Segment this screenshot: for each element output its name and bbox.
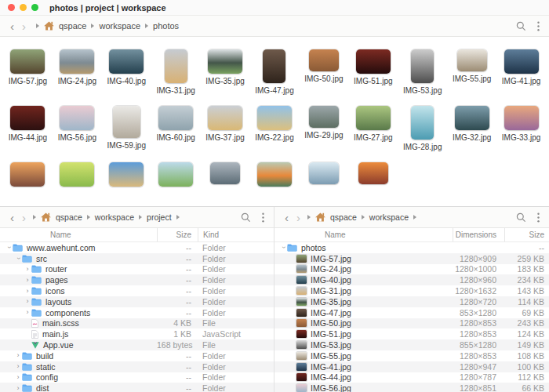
photo-thumbnail[interactable] <box>208 106 242 130</box>
list-item[interactable]: IMG-55.jpg1280×853108 KB <box>274 350 549 361</box>
more-options-icon[interactable] <box>537 21 540 31</box>
tree-row[interactable]: ›router--Folder <box>0 264 274 275</box>
list-item[interactable]: ›photos-- <box>274 242 549 253</box>
photo-thumbnail[interactable] <box>208 49 242 74</box>
list-item[interactable]: IMG-47.jpg853×128069 KB <box>274 307 549 318</box>
photo-thumbnail[interactable] <box>309 106 339 128</box>
photo-thumbnail[interactable] <box>10 106 45 130</box>
tree-row[interactable]: App.vue168 bytesFile <box>0 339 274 350</box>
breadcrumb-item[interactable]: workspace <box>99 21 140 31</box>
column-header-dimensions[interactable]: Dimensions <box>453 228 504 241</box>
back-button[interactable]: ‹ <box>6 212 18 223</box>
disclosure-closed-icon[interactable]: › <box>14 352 22 359</box>
column-header-size[interactable]: Size <box>157 228 198 241</box>
disclosure-open-icon[interactable]: › <box>15 255 22 263</box>
search-icon[interactable] <box>241 212 251 223</box>
tree-row[interactable]: ›build--Folder <box>0 350 274 361</box>
photo-thumbnail[interactable] <box>60 106 94 130</box>
disclosure-closed-icon[interactable]: › <box>24 288 31 295</box>
minimize-button[interactable] <box>20 4 27 11</box>
home-icon[interactable] <box>41 212 51 222</box>
list-item[interactable]: IMG-31.jpg1280×1632143 KB <box>274 285 549 296</box>
photo-thumbnail[interactable] <box>10 49 45 74</box>
photo-thumbnail[interactable] <box>411 49 434 83</box>
photo-thumbnail[interactable] <box>158 162 193 187</box>
list-item[interactable]: IMG-35.jpg1280×720114 KB <box>274 296 549 307</box>
home-icon[interactable] <box>44 21 54 31</box>
photo-thumbnail[interactable] <box>504 106 539 130</box>
home-icon[interactable] <box>315 212 325 222</box>
forward-button[interactable]: › <box>293 212 304 223</box>
breadcrumb-item[interactable]: qspace <box>56 212 82 222</box>
list-item[interactable]: IMG-51.jpg1280×853124 KB <box>274 328 549 339</box>
list-item[interactable]: IMG-57.jpg1280×909259 KB <box>274 253 549 264</box>
disclosure-closed-icon[interactable]: › <box>14 374 22 381</box>
breadcrumb-item[interactable]: qspace <box>59 21 86 31</box>
maximize-button[interactable] <box>31 4 38 11</box>
photo-thumbnail[interactable] <box>109 162 144 187</box>
tree-row[interactable]: ›config--Folder <box>0 372 274 383</box>
tree-row[interactable]: ›pages--Folder <box>0 274 274 285</box>
tree-row[interactable]: ›icons--Folder <box>0 285 274 296</box>
disclosure-open-icon[interactable]: › <box>280 244 287 252</box>
photo-thumbnail[interactable] <box>356 106 391 130</box>
tree-row[interactable]: ›layouts--Folder <box>0 296 274 307</box>
list-item[interactable]: IMG-50.jpg1280×853243 KB <box>274 318 549 329</box>
list-item[interactable]: IMG-24.jpg1280×1000183 KB <box>274 264 549 275</box>
breadcrumb-item[interactable]: workspace <box>95 212 134 222</box>
column-header-kind[interactable]: Kind <box>198 228 274 241</box>
disclosure-closed-icon[interactable]: › <box>24 266 31 273</box>
close-button[interactable] <box>8 4 15 11</box>
photo-thumbnail[interactable] <box>309 49 339 71</box>
breadcrumb-item[interactable]: project <box>147 212 172 222</box>
photo-thumbnail[interactable] <box>60 162 94 187</box>
photo-thumbnail[interactable] <box>257 106 292 130</box>
list-item[interactable]: IMG-53.jpg855×1280149 KB <box>274 339 549 350</box>
disclosure-closed-icon[interactable]: › <box>24 298 31 305</box>
breadcrumb-item[interactable]: workspace <box>369 212 409 222</box>
back-button[interactable]: ‹ <box>281 212 293 223</box>
tree-row[interactable]: ›components--Folder <box>0 307 274 318</box>
photo-thumbnail[interactable] <box>60 49 94 74</box>
breadcrumb-item[interactable]: photos <box>153 21 179 31</box>
column-header-name[interactable]: Name <box>274 230 453 239</box>
forward-button[interactable]: › <box>18 212 30 223</box>
photo-thumbnail[interactable] <box>165 49 187 83</box>
photo-thumbnail[interactable] <box>109 49 144 74</box>
photo-thumbnail[interactable] <box>457 49 487 71</box>
list-item[interactable]: IMG-40.jpg1280×960234 KB <box>274 274 549 285</box>
list-item[interactable]: IMG-41.jpg1280×947100 KB <box>274 361 549 372</box>
more-options-icon[interactable] <box>262 212 264 223</box>
list-item[interactable]: IMG-56.jpg1280×85166 KB <box>274 383 549 392</box>
tree-row[interactable]: main.js1 KBJavaScript <box>0 328 274 339</box>
breadcrumb-item[interactable]: qspace <box>330 212 357 222</box>
column-header-size[interactable]: Size <box>504 228 549 241</box>
tree-row[interactable]: ›dist--Folder <box>0 383 274 392</box>
tree-row[interactable]: ›static--Folder <box>0 361 274 372</box>
column-header-name[interactable]: Name <box>0 230 157 239</box>
list-item[interactable]: IMG-44.jpg1280×787112 KB <box>274 372 549 383</box>
disclosure-open-icon[interactable]: › <box>5 244 13 252</box>
photo-thumbnail[interactable] <box>263 49 285 83</box>
photo-thumbnail[interactable] <box>257 162 292 187</box>
forward-button[interactable]: › <box>18 20 30 32</box>
disclosure-closed-icon[interactable]: › <box>24 309 31 316</box>
photo-thumbnail[interactable] <box>356 49 391 74</box>
tree-row[interactable]: ›www.awehunt.com--Folder <box>0 242 274 253</box>
photo-thumbnail[interactable] <box>158 106 193 130</box>
tree-row[interactable]: ›src--Folder <box>0 253 274 264</box>
photo-thumbnail[interactable] <box>504 49 539 74</box>
disclosure-closed-icon[interactable]: › <box>24 277 31 284</box>
photo-thumbnail[interactable] <box>411 106 434 140</box>
back-button[interactable]: ‹ <box>6 20 18 32</box>
photo-thumbnail[interactable] <box>10 162 45 187</box>
more-options-icon[interactable] <box>537 212 540 223</box>
disclosure-closed-icon[interactable]: › <box>14 385 22 392</box>
search-icon[interactable] <box>516 212 526 223</box>
photo-thumbnail[interactable] <box>113 106 140 138</box>
photo-thumbnail[interactable] <box>210 162 240 184</box>
photo-thumbnail[interactable] <box>309 162 339 184</box>
disclosure-closed-icon[interactable]: › <box>14 363 22 370</box>
photo-thumbnail[interactable] <box>358 162 388 184</box>
search-icon[interactable] <box>516 21 526 31</box>
